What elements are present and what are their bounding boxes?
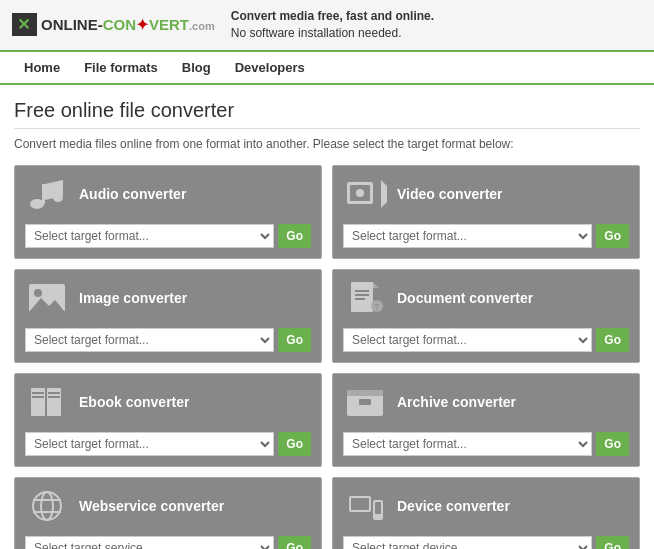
svg-rect-22 (48, 396, 60, 398)
video-card-footer: Select target format... Go (333, 218, 639, 258)
video-format-select[interactable]: Select target format... (343, 224, 592, 248)
svg-rect-13 (355, 294, 369, 296)
document-go-button[interactable]: Go (596, 328, 629, 352)
svg-point-0 (30, 199, 44, 209)
svg-rect-10 (351, 282, 373, 312)
document-card-header: ? Document converter (333, 270, 639, 322)
svg-rect-21 (48, 392, 60, 394)
ebook-format-select[interactable]: Select target format... (25, 432, 274, 456)
logo[interactable]: ✕ ONLINE-CON✦VERT.com (12, 13, 215, 36)
image-converter-card: Image converter Select target format... … (14, 269, 322, 363)
document-format-select[interactable]: Select target format... (343, 328, 592, 352)
archive-card-footer: Select target format... Go (333, 426, 639, 466)
audio-format-select[interactable]: Select target format... (25, 224, 274, 248)
svg-marker-4 (381, 180, 387, 208)
video-card-header: Video converter (333, 166, 639, 218)
svg-rect-19 (32, 392, 44, 394)
webservice-card-footer: Select target service... Go (15, 530, 321, 549)
image-icon (25, 280, 69, 316)
nav-blog[interactable]: Blog (170, 52, 223, 83)
header-tagline: Convert media free, fast and online. No … (231, 8, 434, 42)
document-card-footer: Select target format... Go (333, 322, 639, 362)
svg-rect-1 (42, 184, 45, 204)
image-card-header: Image converter (15, 270, 321, 322)
device-go-button[interactable]: Go (596, 536, 629, 549)
device-format-select[interactable]: Select target device... (343, 536, 592, 549)
ebook-card-header: Ebook converter (15, 374, 321, 426)
device-card-header: Device converter (333, 478, 639, 530)
ebook-converter-card: Ebook converter Select target format... … (14, 373, 322, 467)
svg-rect-33 (351, 498, 369, 510)
nav-home[interactable]: Home (12, 52, 72, 83)
device-card-footer: Select target device... Go (333, 530, 639, 549)
logo-x-icon: ✕ (17, 15, 30, 34)
video-go-button[interactable]: Go (596, 224, 629, 248)
archive-icon (343, 384, 387, 420)
site-header: ✕ ONLINE-CON✦VERT.com Convert media free… (0, 0, 654, 52)
svg-text:?: ? (374, 302, 379, 312)
video-converter-card: Video converter Select target format... … (332, 165, 640, 259)
audio-converter-title: Audio converter (79, 186, 186, 202)
webservice-go-button[interactable]: Go (278, 536, 311, 549)
archive-card-header: Archive converter (333, 374, 639, 426)
svg-rect-12 (355, 290, 369, 292)
video-converter-title: Video converter (397, 186, 503, 202)
audio-card-header: Audio converter (15, 166, 321, 218)
logo-box: ✕ (12, 13, 37, 36)
image-go-button[interactable]: Go (278, 328, 311, 352)
device-icon (343, 488, 387, 524)
svg-point-8 (34, 289, 42, 297)
converter-grid: Audio converter Select target format... … (14, 165, 640, 549)
video-icon (343, 176, 387, 212)
archive-go-button[interactable]: Go (596, 432, 629, 456)
archive-converter-title: Archive converter (397, 394, 516, 410)
webservice-icon (25, 488, 69, 524)
document-converter-title: Document converter (397, 290, 533, 306)
main-content: Free online file converter Convert media… (0, 85, 654, 549)
svg-rect-24 (347, 390, 383, 396)
svg-point-2 (53, 194, 63, 202)
audio-icon (25, 176, 69, 212)
device-converter-card: Device converter Select target device...… (332, 477, 640, 549)
image-format-select[interactable]: Select target format... (25, 328, 274, 352)
webservice-card-header: Webservice converter (15, 478, 321, 530)
page-subtitle: Convert media files online from one form… (14, 137, 640, 151)
main-nav: Home File formats Blog Developers (0, 52, 654, 85)
archive-format-select[interactable]: Select target format... (343, 432, 592, 456)
webservice-converter-title: Webservice converter (79, 498, 224, 514)
ebook-card-footer: Select target format... Go (15, 426, 321, 466)
device-converter-title: Device converter (397, 498, 510, 514)
svg-marker-11 (373, 282, 379, 288)
svg-rect-25 (359, 399, 371, 405)
ebook-converter-title: Ebook converter (79, 394, 189, 410)
svg-point-27 (41, 492, 53, 520)
page-title: Free online file converter (14, 99, 640, 129)
document-icon: ? (343, 280, 387, 316)
svg-rect-14 (355, 298, 365, 300)
image-converter-title: Image converter (79, 290, 187, 306)
svg-rect-32 (375, 502, 381, 514)
webservice-format-select[interactable]: Select target service... (25, 536, 274, 549)
nav-developers[interactable]: Developers (223, 52, 317, 83)
audio-go-button[interactable]: Go (278, 224, 311, 248)
audio-card-footer: Select target format... Go (15, 218, 321, 258)
webservice-converter-card: Webservice converter Select target servi… (14, 477, 322, 549)
ebook-go-button[interactable]: Go (278, 432, 311, 456)
image-card-footer: Select target format... Go (15, 322, 321, 362)
svg-rect-20 (32, 396, 44, 398)
ebook-icon (25, 384, 69, 420)
nav-file-formats[interactable]: File formats (72, 52, 170, 83)
svg-point-26 (33, 492, 61, 520)
svg-point-6 (356, 189, 364, 197)
document-converter-card: ? Document converter Select target forma… (332, 269, 640, 363)
audio-converter-card: Audio converter Select target format... … (14, 165, 322, 259)
archive-converter-card: Archive converter Select target format..… (332, 373, 640, 467)
logo-text: ONLINE-CON✦VERT.com (41, 16, 215, 34)
